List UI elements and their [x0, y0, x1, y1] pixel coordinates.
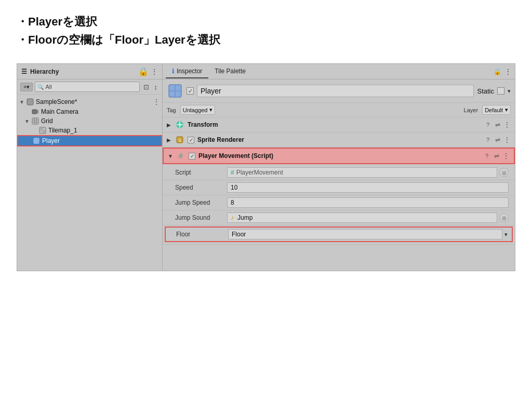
svg-rect-3 — [32, 118, 38, 124]
hierarchy-header: ☰ Hierarchy 🔒 ⋮ — [17, 64, 162, 79]
inspector-tab[interactable]: ℹInspector — [166, 65, 208, 78]
tag-value: Untagged — [183, 107, 208, 113]
script-value[interactable]: # PlayerMovement — [227, 167, 497, 178]
search-icon: 🔍 — [37, 84, 44, 90]
transform-icon — [175, 120, 184, 129]
player-movement-icon: # — [176, 151, 185, 161]
script-label: Script — [175, 169, 227, 176]
layer-chevron: ▾ — [505, 107, 508, 113]
svg-text:S: S — [178, 138, 181, 143]
player-item[interactable]: Player — [17, 135, 162, 147]
transform-options[interactable]: ⋮ — [503, 121, 511, 129]
add-button[interactable]: +▾ — [20, 83, 33, 91]
main-camera-item[interactable]: Main Camera — [17, 107, 162, 116]
player-active-checkbox[interactable]: ✓ — [187, 87, 194, 95]
layer-value: Default — [485, 107, 503, 113]
inspector-options-icon: ⋮ — [504, 68, 512, 76]
tilemap-icon — [39, 127, 46, 134]
layer-dropdown[interactable]: Default ▾ — [482, 105, 511, 115]
hierarchy-options-icon: ⋮ — [151, 68, 158, 76]
scene-options[interactable]: ⋮ — [153, 98, 160, 106]
script-hash-icon: # — [231, 169, 234, 176]
tag-layer-row: Tag Untagged ▾ Layer Default ▾ — [163, 103, 515, 117]
hierarchy-lock-icon: 🔒 — [138, 66, 149, 76]
hierarchy-sort-icon[interactable]: ↕ — [153, 83, 159, 91]
sprite-renderer-icon: S — [175, 135, 184, 144]
player-movement-options[interactable]: ⋮ — [502, 152, 510, 160]
hierarchy-filter-icon[interactable]: ⊡ — [142, 83, 151, 91]
svg-rect-9 — [40, 128, 43, 130]
sprite-renderer-arrow: ▶ — [167, 137, 172, 143]
static-dropdown[interactable]: ▾ — [508, 88, 511, 95]
scene-icon — [26, 98, 34, 105]
tilemap-item[interactable]: Tilemap_1 — [17, 126, 162, 135]
instruction-line2: Floorの空欄は「Floor」Layerを選択 — [17, 31, 515, 49]
player-movement-name: Player Movement (Script) — [198, 152, 480, 159]
static-label: Static — [477, 87, 494, 95]
transform-name: Transform — [188, 121, 481, 128]
sprite-renderer-name: Sprite Renderer — [197, 136, 481, 143]
jump-speed-label: Jump Speed — [175, 199, 227, 206]
object-cube-icon — [167, 83, 183, 99]
main-camera-icon — [32, 108, 39, 115]
player-movement-component: ▼ # ✓ Player Movement (Script) ? ⇌ ⋮ Scr… — [163, 148, 515, 245]
transform-settings[interactable]: ⇌ — [495, 121, 500, 128]
info-icon: ℹ — [172, 68, 175, 75]
hierarchy-panel: ☰ Hierarchy 🔒 ⋮ +▾ 🔍 All ⊡ ↕ ▼ — [17, 64, 163, 271]
tilemap-label: Tilemap_1 — [48, 127, 77, 134]
svg-rect-10 — [43, 128, 45, 130]
speed-field-row: Speed 10 — [163, 180, 515, 195]
search-box[interactable]: 🔍 All — [35, 82, 139, 92]
sprite-renderer-checkbox[interactable]: ✓ — [188, 137, 194, 143]
grid-item[interactable]: ▼ Grid — [17, 116, 162, 126]
svg-rect-11 — [40, 130, 43, 133]
scene-name: SampleScene* — [36, 98, 77, 105]
sprite-renderer-header: ▶ S ✓ Sprite Renderer ? ⇌ ⋮ — [163, 132, 515, 147]
hierarchy-title: Hierarchy — [30, 68, 59, 75]
jump-sound-value[interactable]: ♪ Jump — [227, 212, 497, 223]
scene-root[interactable]: ▼ SampleScene* ⋮ — [17, 97, 162, 107]
search-text: All — [45, 84, 51, 90]
player-movement-arrow: ▼ — [168, 153, 173, 159]
ui-panel: ☰ Hierarchy 🔒 ⋮ +▾ 🔍 All ⊡ ↕ ▼ — [17, 63, 515, 271]
main-camera-label: Main Camera — [41, 108, 78, 115]
jump-speed-value[interactable]: 8 — [227, 197, 509, 208]
player-name-field[interactable]: Player — [197, 85, 474, 97]
sprite-renderer-settings[interactable]: ⇌ — [495, 136, 500, 143]
jump-sound-ref-button[interactable]: ◎ — [499, 213, 509, 222]
hierarchy-content: ▼ SampleScene* ⋮ Main Camera ▼ — [17, 95, 162, 271]
transform-header: ▶ Transform ? ⇌ ⋮ — [163, 117, 515, 132]
scene-arrow: ▼ — [19, 99, 26, 105]
jump-speed-field-row: Jump Speed 8 — [163, 195, 515, 210]
tag-dropdown[interactable]: Untagged ▾ — [180, 105, 216, 115]
svg-rect-0 — [27, 99, 33, 105]
player-movement-checkbox[interactable]: ✓ — [189, 153, 195, 159]
hierarchy-toolbar: +▾ 🔍 All ⊡ ↕ — [17, 79, 162, 95]
grid-arrow: ▼ — [24, 118, 32, 124]
player-movement-settings[interactable]: ⇌ — [494, 152, 499, 159]
tile-palette-tab[interactable]: Tile Palette — [208, 65, 252, 78]
sprite-renderer-options[interactable]: ⋮ — [503, 136, 511, 144]
instruction-line1: Playerを選択 — [17, 12, 515, 31]
static-checkbox[interactable] — [497, 87, 504, 95]
instructions-section: Playerを選択 Floorの空欄は「Floor」Layerを選択 — [0, 0, 532, 57]
hierarchy-header-right: 🔒 ⋮ — [138, 66, 158, 76]
floor-field-row: Floor Floor ▾ — [165, 227, 513, 242]
player-icon — [33, 137, 40, 144]
script-ref-button[interactable]: ◎ — [499, 168, 509, 177]
speed-value[interactable]: 10 — [227, 182, 509, 193]
transform-help: ? — [484, 122, 492, 128]
music-icon: ♪ — [231, 214, 234, 221]
sprite-renderer-help: ? — [484, 137, 492, 143]
tag-label: Tag — [167, 107, 176, 113]
floor-value[interactable]: Floor — [228, 229, 502, 240]
inspector-header-icons: 🔒 ⋮ — [494, 68, 512, 76]
script-fields: Script # PlayerMovement ◎ Speed 10 — [163, 164, 515, 244]
player-label: Player — [42, 137, 60, 144]
hierarchy-list-icon: ☰ — [21, 68, 27, 75]
script-field-row: Script # PlayerMovement ◎ — [163, 165, 515, 180]
svg-rect-1 — [32, 110, 37, 114]
inspector-tab-group: ℹInspector Tile Palette — [166, 65, 252, 78]
floor-dropdown-arrow[interactable]: ▾ — [504, 231, 508, 238]
inspector-tabs: ℹInspector Tile Palette 🔒 ⋮ — [163, 64, 515, 79]
